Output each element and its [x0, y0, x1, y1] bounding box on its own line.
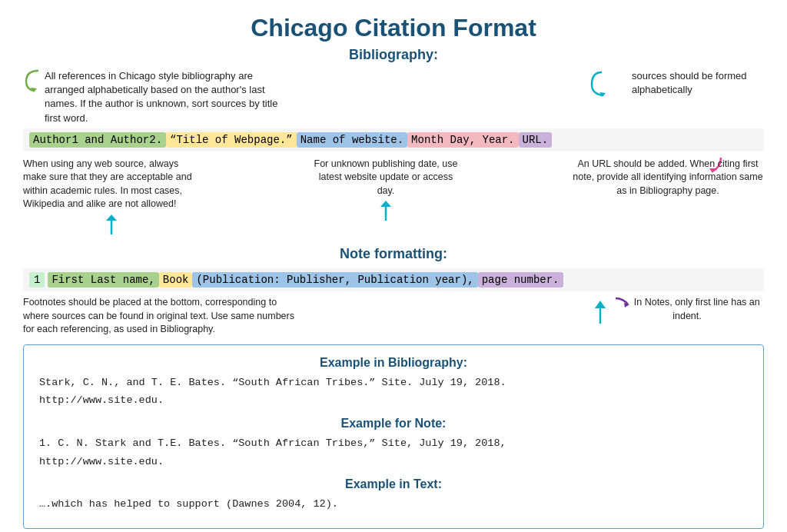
bib-left-note: All references in Chicago style bibliogr…: [23, 69, 284, 125]
note-heading: Note formatting:: [23, 246, 764, 262]
note-annotations-row: Footnotes should be placed at the bottom…: [23, 296, 764, 337]
example-bib-line2: http://www.site.edu.: [39, 392, 748, 409]
example-bib-block: Example in Bibliography: Stark, C. N., a…: [39, 356, 748, 409]
note-author-part: First Last name,: [48, 272, 158, 288]
bib-ann3: An URL should be added. When citing firs…: [572, 158, 764, 239]
url-part: URL.: [519, 132, 553, 148]
bib-ann1: When using any web source, always make s…: [23, 158, 200, 239]
page: { "title": "Chicago Citation Format", "b…: [0, 0, 787, 532]
example-box: Example in Bibliography: Stark, C. N., a…: [23, 344, 764, 529]
note-ann-right-area: In Notes, only first line has an indent.: [593, 296, 764, 337]
green-curved-arrow-icon: [23, 69, 43, 92]
bib-ann1-text: When using any web source, always make s…: [23, 158, 192, 210]
bib-ann3-text: An URL should be added. When citing firs…: [573, 158, 762, 196]
bib-ann2: For unknown publishing date, use latest …: [309, 158, 463, 239]
cyan-up-arrow-2-icon: [379, 199, 393, 221]
author-part: Author1 and Author2.: [29, 132, 166, 148]
example-note-line1: 1. C. N. Stark and T.E. Bates. “South Af…: [39, 435, 748, 452]
note-ann-right-label: In Notes, only first line has an indent.: [634, 297, 760, 321]
cyan-up-arrow-1-icon: [105, 213, 118, 234]
example-bib-title: Example in Bibliography:: [39, 356, 748, 370]
note-page-part: page number.: [478, 272, 563, 288]
title-part: “Title of Webpage.”: [166, 132, 297, 148]
note-pub-part: (Publication: Publisher, Publication yea…: [192, 272, 477, 288]
bib-right-note-area: sources should be formed alphabetically: [590, 69, 764, 98]
purple-arrow-icon: [614, 297, 629, 309]
cyan-arrow-right-icon: [590, 71, 613, 98]
website-part: Name of website.: [297, 132, 407, 148]
bib-notes-row: All references in Chicago style bibliogr…: [23, 69, 764, 125]
main-title: Chicago Citation Format: [23, 14, 764, 42]
example-bib-line1: Stark, C. N., and T. E. Bates. “South Af…: [39, 374, 748, 391]
bib-left-note-text: All references in Chicago style bibliogr…: [45, 70, 277, 124]
bibliography-heading: Bibliography:: [23, 47, 764, 63]
svg-marker-8: [595, 301, 606, 308]
example-note-block: Example for Note: 1. C. N. Stark and T.E…: [39, 417, 748, 470]
svg-marker-6: [380, 201, 391, 207]
note-citation-bar: 1 First Last name, Book (Publication: Pu…: [23, 268, 764, 291]
bib-annotations-row: When using any web source, always make s…: [23, 158, 764, 239]
example-note-line2: http://www.site.edu.: [39, 454, 748, 470]
example-text-line1: ….which has helped to support (Dawnes 20…: [39, 496, 748, 513]
note-ann-left-text: Footnotes should be placed at the bottom…: [23, 297, 294, 334]
note-ann-left: Footnotes should be placed at the bottom…: [23, 296, 300, 337]
bibliography-citation-bar: Author1 and Author2. “Title of Webpage.”…: [23, 128, 764, 151]
svg-marker-4: [106, 214, 117, 221]
cyan-up-arrow-3-icon: [593, 299, 607, 324]
bib-right-note-text: sources should be formed alphabetically: [618, 69, 764, 97]
example-note-title: Example for Note:: [39, 417, 748, 431]
note-book-part: Book: [159, 272, 193, 288]
example-text-block: Example in Text: ….which has helped to s…: [39, 477, 748, 513]
bib-ann2-text: For unknown publishing date, use latest …: [314, 158, 458, 196]
date-part: Month Day, Year.: [407, 132, 518, 148]
note-number: 1: [29, 272, 45, 288]
note-ann-right-text: In Notes, only first line has an indent.: [610, 296, 764, 323]
example-text-title: Example in Text:: [39, 477, 748, 491]
